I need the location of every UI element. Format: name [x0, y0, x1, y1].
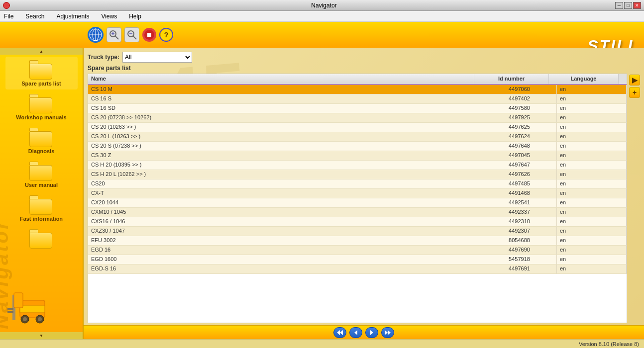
table-row[interactable]: CS 20 L (10263 >> ) 4497624 en: [88, 132, 627, 142]
table-row[interactable]: CS 10 M 4497060 en: [88, 85, 627, 94]
table-scroll-placeholder: [619, 74, 627, 84]
cell-id: 8054688: [482, 236, 557, 245]
table-header: Name Id number Language: [88, 74, 627, 85]
svg-rect-16: [20, 305, 45, 313]
svg-text:?: ?: [164, 31, 169, 39]
sidebar-item-user-manual[interactable]: User manual: [5, 158, 78, 191]
table-row[interactable]: CS 16 S 4497402 en: [88, 94, 627, 104]
folder-icon-user-manual: [29, 161, 53, 181]
nav-first-button[interactable]: [333, 327, 346, 338]
svg-marker-27: [354, 330, 357, 335]
cell-lang: en: [557, 255, 627, 264]
cell-name: CX-T: [88, 189, 482, 198]
cell-lang: en: [557, 198, 627, 207]
sidebar-scroll-down[interactable]: ▼: [0, 332, 83, 339]
cell-id: 4497580: [482, 104, 557, 113]
menu-views[interactable]: Views: [99, 12, 119, 21]
table-row[interactable]: CX-T 4491468 en: [88, 189, 627, 198]
menu-adjustments[interactable]: Adjustments: [54, 12, 91, 21]
menu-help[interactable]: Help: [127, 12, 143, 21]
sidebar-label-diagnosis: Diagnosis: [28, 148, 55, 154]
cell-id: 4492337: [482, 208, 557, 217]
sidebar-item-extra[interactable]: [5, 226, 78, 252]
sidebar-scroll-up[interactable]: ▲: [0, 48, 83, 55]
cell-lang: en: [557, 179, 627, 188]
table-row[interactable]: CX20 1044 4492541 en: [88, 198, 627, 208]
svg-marker-25: [337, 330, 340, 335]
globe-icon[interactable]: [88, 27, 104, 43]
cell-id: 5457918: [482, 255, 557, 264]
table-row[interactable]: CS H 20 L (10262 >> ) 4497626 en: [88, 170, 627, 179]
table-row[interactable]: CXS16 / 1046 4492310 en: [88, 217, 627, 227]
window-controls: ─ □ ✕: [615, 2, 641, 9]
table-body: CS 10 M 4497060 en CS 16 S 4497402 en CS…: [88, 85, 627, 323]
cell-id: 4497626: [482, 170, 557, 179]
svg-marker-29: [385, 330, 388, 335]
stop-icon[interactable]: [142, 28, 156, 42]
folder-icon-extra: [29, 229, 53, 249]
table-row[interactable]: EGD-S 16 4497691 en: [88, 264, 627, 274]
cell-lang: en: [557, 161, 627, 170]
table-row[interactable]: EGD 16 4497690 en: [88, 246, 627, 255]
table-row[interactable]: CS 20 (07238 >> 10262) 4497925 en: [88, 113, 627, 123]
folder-icon-spare-parts: [29, 60, 53, 80]
minimize-button[interactable]: ─: [615, 2, 623, 9]
search-zoom-out-icon[interactable]: [124, 27, 139, 42]
sidebar-item-spare-parts[interactable]: Spare parts list: [5, 57, 78, 89]
svg-marker-26: [340, 330, 343, 335]
cell-lang: en: [557, 170, 627, 179]
menu-search[interactable]: Search: [23, 12, 46, 21]
cell-lang: en: [557, 142, 627, 151]
cell-name: CXS16 / 1046: [88, 217, 482, 226]
svg-line-9: [133, 36, 137, 40]
table-row[interactable]: EGD 1600 5457918 en: [88, 255, 627, 264]
search-zoom-in-icon[interactable]: [107, 27, 121, 42]
nav-prev-button[interactable]: [349, 327, 362, 338]
sidebar-item-diagnosis[interactable]: Diagnosis: [5, 124, 78, 157]
cell-name: CS 20 L (10263 >> ): [88, 132, 482, 141]
table-row[interactable]: CS 20 (10263 >> ) 4497625 en: [88, 123, 627, 132]
svg-rect-22: [7, 308, 13, 310]
sidebar-label-workshop: Workshop manuals: [16, 114, 66, 120]
col-lang: Language: [549, 74, 619, 84]
cell-id: 4497485: [482, 179, 557, 188]
cell-id: 4492307: [482, 227, 557, 236]
truck-type-select[interactable]: All: [122, 52, 192, 63]
nav-add-button[interactable]: +: [629, 87, 640, 98]
maximize-button[interactable]: □: [624, 2, 632, 9]
cell-name: CS H 20 L (10262 >> ): [88, 170, 482, 179]
cell-lang: en: [557, 104, 627, 113]
cell-name: CS 10 M: [88, 85, 482, 94]
cell-name: CS H 20 (10395 >> ): [88, 161, 482, 170]
nav-right-arrow-button[interactable]: ▶: [629, 75, 640, 86]
table-row[interactable]: CXM10 / 1045 4492337 en: [88, 208, 627, 217]
table-row[interactable]: CS20 4497485 en: [88, 179, 627, 189]
col-name: Name: [88, 74, 474, 84]
cell-id: 4497648: [482, 142, 557, 151]
version-text: Version 8.10 (Release 8): [579, 341, 639, 347]
nav-next-button[interactable]: [365, 327, 378, 338]
cell-id: 4497624: [482, 132, 557, 141]
table-row[interactable]: CS 16 SD 4497580 en: [88, 104, 627, 113]
cell-id: 4497402: [482, 94, 557, 103]
table-row[interactable]: CS 30 Z 4497045 en: [88, 151, 627, 161]
cell-id: 4497045: [482, 151, 557, 160]
menu-file[interactable]: File: [2, 12, 15, 21]
sidebar-item-workshop[interactable]: Workshop manuals: [5, 90, 78, 123]
titlebar: Navigator ─ □ ✕: [0, 0, 644, 11]
sidebar-label-spare-parts: Spare parts list: [21, 81, 61, 87]
table-row[interactable]: CS H 20 (10395 >> ) 4497647 en: [88, 161, 627, 170]
window-title: Navigator: [33, 2, 615, 9]
sidebar-item-fast-info[interactable]: Fast information: [5, 192, 78, 225]
svg-rect-24: [14, 293, 23, 308]
help-icon[interactable]: ?: [159, 28, 173, 42]
table-row[interactable]: EFU 3002 8054688 en: [88, 236, 627, 246]
cell-name: CS 20 (10263 >> ): [88, 123, 482, 132]
close-button[interactable]: ✕: [633, 2, 641, 9]
toolbar-left: ?: [85, 27, 173, 43]
table-row[interactable]: CS 20 S (07238 >> ) 4497648 en: [88, 142, 627, 151]
cell-id: 4497060: [482, 85, 557, 94]
nav-last-button[interactable]: [381, 327, 394, 338]
table-row[interactable]: CXZ30 / 1047 4492307 en: [88, 227, 627, 236]
svg-point-18: [23, 317, 27, 321]
